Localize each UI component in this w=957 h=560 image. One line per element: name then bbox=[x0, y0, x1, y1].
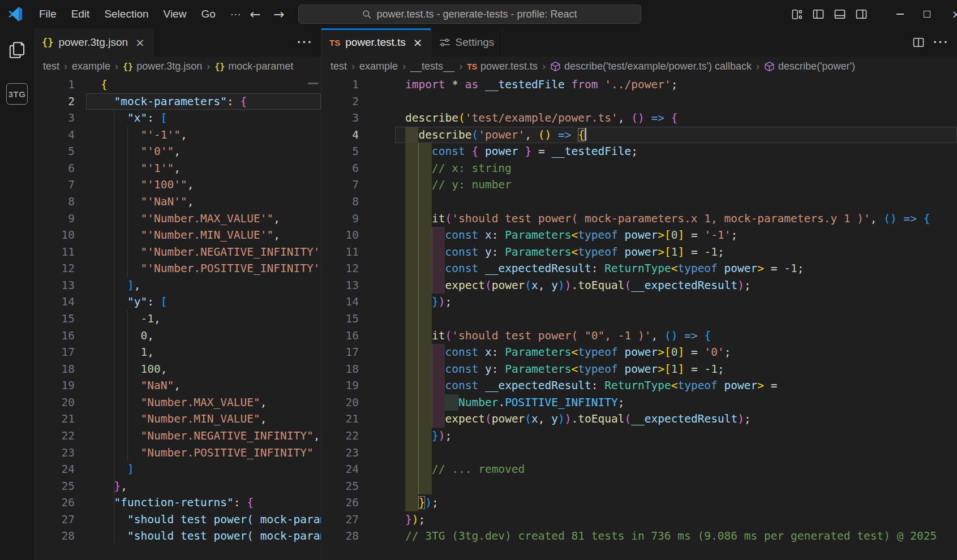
code-line[interactable]: 22 }); bbox=[321, 428, 957, 445]
code-line[interactable]: 23 "Number.POSITIVE_INFINITY" bbox=[34, 445, 321, 462]
code-line[interactable]: 2 bbox=[321, 93, 957, 110]
code-line[interactable]: 8 "'NaN'", bbox=[34, 193, 321, 210]
code-line[interactable]: 13 expect(power(x, y)).toEqual(__expecte… bbox=[321, 277, 957, 294]
menu-item-selection[interactable]: Selection bbox=[97, 0, 156, 28]
code-line[interactable]: 9 "'Number.MAX_VALUE'", bbox=[34, 210, 321, 227]
tab-settings[interactable]: Settings bbox=[431, 28, 503, 57]
code-line[interactable]: 15 bbox=[321, 311, 957, 328]
code-line[interactable]: 22 "Number.NEGATIVE_INFINITY", bbox=[34, 428, 321, 445]
tab-close-icon[interactable]: × bbox=[413, 36, 423, 49]
code-line[interactable]: 18 100, bbox=[34, 361, 321, 378]
code-line[interactable]: 26 }); bbox=[321, 494, 957, 511]
code-line[interactable]: 14 "y": [ bbox=[34, 294, 321, 311]
code-line[interactable]: 20 Number.POSITIVE_INFINITY; bbox=[321, 394, 957, 411]
breadcrumb-item[interactable]: __tests__ bbox=[410, 61, 454, 72]
menu-item-edit[interactable]: Edit bbox=[64, 0, 97, 28]
code-line[interactable]: 3 "x": [ bbox=[34, 110, 321, 127]
code-line[interactable]: 9 it('should test power( mock-parameters… bbox=[321, 210, 957, 227]
code-line[interactable]: 19 "NaN", bbox=[34, 377, 321, 394]
code-line[interactable]: 27 "should test power( mock-paramet bbox=[34, 511, 321, 528]
line-number: 7 bbox=[34, 176, 75, 193]
breadcrumb-item[interactable]: TSpower.test.ts bbox=[467, 61, 538, 72]
breadcrumb-label: example bbox=[359, 61, 398, 72]
code-line[interactable]: 13 ], bbox=[34, 277, 321, 294]
code-line[interactable]: 15 -1, bbox=[34, 311, 321, 328]
code-line[interactable]: 18 const y: Parameters<typeof power>[1] … bbox=[321, 361, 957, 378]
right-editor[interactable]: 1import * as __testedFile from '../power… bbox=[321, 76, 957, 560]
breadcrumb-item[interactable]: {}power.3tg.json bbox=[123, 61, 202, 72]
nav-back-icon[interactable]: ← bbox=[247, 7, 263, 21]
code-line[interactable]: 1import * as __testedFile from '../power… bbox=[321, 76, 957, 93]
code-line[interactable]: 7 "'100'", bbox=[34, 176, 321, 193]
toggle-panel-icon[interactable] bbox=[829, 0, 851, 28]
line-number: 24 bbox=[34, 461, 75, 478]
code-line[interactable]: 4 describe('power', () => { bbox=[321, 127, 957, 144]
menu-item-go[interactable]: Go bbox=[194, 0, 222, 28]
code-line[interactable]: 5 const { power } = __testedFile; bbox=[321, 143, 957, 160]
toggle-secondary-sidebar-icon[interactable] bbox=[851, 0, 872, 28]
code-line[interactable]: 8 bbox=[321, 193, 957, 210]
code-line[interactable]: 24 // ... removed bbox=[321, 461, 957, 478]
code-line[interactable]: 21 "Number.MIN_VALUE", bbox=[34, 411, 321, 428]
code-line[interactable]: 2 "mock-parameters": { bbox=[34, 93, 321, 110]
code-line[interactable]: 28 "should test power( mock-paramet bbox=[34, 528, 321, 545]
breadcrumb-item[interactable]: test bbox=[331, 61, 347, 72]
more-actions-icon[interactable]: ··· bbox=[297, 35, 313, 50]
code-line[interactable]: 3describe('test/example/power.ts', () =>… bbox=[321, 110, 957, 127]
code-line[interactable]: 6 // x: string bbox=[321, 160, 957, 177]
line-number: 16 bbox=[34, 328, 75, 344]
code-line[interactable]: 25 bbox=[321, 478, 957, 495]
split-editor-icon[interactable] bbox=[913, 37, 924, 48]
code-line[interactable]: 17 1, bbox=[34, 344, 321, 361]
code-line[interactable]: 1{ bbox=[34, 76, 321, 93]
code-line[interactable]: 10 const x: Parameters<typeof power>[0] … bbox=[321, 227, 957, 244]
code-line[interactable]: 6 "'1'", bbox=[34, 160, 321, 177]
code-line[interactable]: 19 const __expectedResult: ReturnType<ty… bbox=[321, 377, 957, 394]
code-line[interactable]: 7 // y: number bbox=[321, 176, 957, 193]
code-line[interactable]: 27}); bbox=[321, 511, 957, 528]
breadcrumb-label: test bbox=[331, 61, 347, 72]
code-line[interactable]: 16 it('should test power( "0", -1 )', ()… bbox=[321, 328, 957, 344]
code-line[interactable]: 26 "function-returns": { bbox=[34, 494, 321, 511]
menu-item-view[interactable]: View bbox=[156, 0, 194, 28]
3tg-extension-icon[interactable]: 3TG bbox=[3, 80, 31, 107]
breadcrumb-item[interactable]: example bbox=[72, 61, 110, 72]
code-line[interactable]: 20 "Number.MAX_VALUE", bbox=[34, 394, 321, 411]
menu-item-[interactable]: ··· bbox=[223, 0, 248, 28]
copy-files-icon[interactable] bbox=[3, 36, 31, 63]
code-line[interactable]: 12 const __expectedResult: ReturnType<ty… bbox=[321, 260, 957, 277]
window-maximize-button[interactable] bbox=[913, 0, 940, 28]
breadcrumb-item[interactable]: {}mock-paramet bbox=[214, 61, 293, 72]
code-line[interactable]: 16 0, bbox=[34, 328, 321, 344]
command-center-search[interactable]: power.test.ts - generate-tests - profile… bbox=[298, 5, 641, 24]
code-line[interactable]: 4 "'-1'", bbox=[34, 127, 321, 144]
window-minimize-button[interactable] bbox=[887, 0, 913, 28]
nav-forward-icon[interactable]: → bbox=[271, 7, 287, 21]
tab-power-test-ts[interactable]: TSpower.test.ts× bbox=[321, 28, 431, 57]
window-close-button[interactable]: × bbox=[940, 0, 957, 28]
breadcrumb-item[interactable]: describe('test/example/power.ts') callba… bbox=[550, 61, 752, 72]
code-line[interactable]: 24 ] bbox=[34, 461, 321, 478]
code-line[interactable]: 14 }); bbox=[321, 294, 957, 311]
tab-close-icon[interactable]: × bbox=[135, 36, 145, 49]
code-line[interactable]: 10 "'Number.MIN_VALUE'", bbox=[34, 227, 321, 244]
breadcrumb-item[interactable]: example bbox=[359, 61, 398, 72]
code-line[interactable]: 12 "'Number.POSITIVE_INFINITY'" bbox=[34, 260, 321, 277]
menu-item-file[interactable]: File bbox=[32, 0, 64, 28]
more-actions-icon[interactable]: ··· bbox=[933, 35, 949, 50]
code-line[interactable]: 5 "'0'", bbox=[34, 143, 321, 160]
code-line[interactable]: 11 const y: Parameters<typeof power>[1] … bbox=[321, 244, 957, 261]
customize-layout-icon[interactable] bbox=[786, 0, 808, 28]
left-editor[interactable]: 1{2 "mock-parameters": {3 "x": [4 "'-1'"… bbox=[34, 76, 321, 560]
breadcrumb-item[interactable]: test bbox=[43, 61, 59, 72]
code-line[interactable]: 23 bbox=[321, 445, 957, 462]
code-line[interactable]: 28// 3TG (3tg.dev) created 81 tests in 7… bbox=[321, 528, 957, 545]
breadcrumb-item[interactable]: describe('power') bbox=[764, 61, 855, 72]
toggle-primary-sidebar-icon[interactable] bbox=[808, 0, 829, 28]
code-line[interactable]: 17 const x: Parameters<typeof power>[0] … bbox=[321, 344, 957, 361]
code-line[interactable]: 21 expect(power(x, y)).toEqual(__expecte… bbox=[321, 411, 957, 428]
code-line[interactable]: 11 "'Number.NEGATIVE_INFINITY'", bbox=[34, 244, 321, 261]
tab-power-3tg-json[interactable]: {} power.3tg.json × bbox=[34, 28, 153, 57]
code-line[interactable]: 25 }, bbox=[34, 478, 321, 495]
right-breadcrumb: test›example›__tests__›TSpower.test.ts›d… bbox=[321, 57, 957, 76]
